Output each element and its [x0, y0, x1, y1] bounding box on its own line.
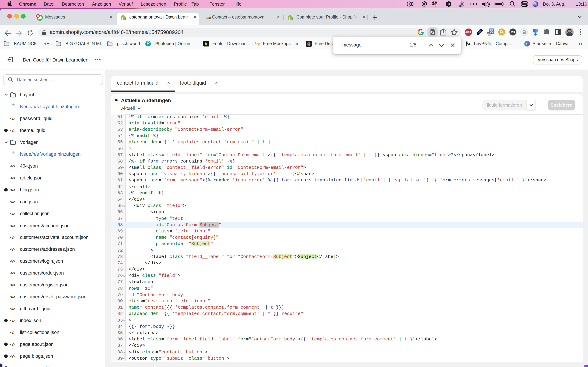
- svg-text:bee: bee: [255, 42, 260, 46]
- svg-text:ABP: ABP: [465, 31, 471, 34]
- svg-text:14: 14: [434, 3, 437, 6]
- svg-text:11: 11: [37, 14, 39, 17]
- svg-text:VD: VD: [511, 31, 515, 34]
- svg-text:if: if: [205, 42, 207, 46]
- svg-text:C: C: [526, 42, 528, 46]
- svg-text:A: A: [488, 32, 490, 35]
- svg-text:EM: EM: [206, 16, 211, 19]
